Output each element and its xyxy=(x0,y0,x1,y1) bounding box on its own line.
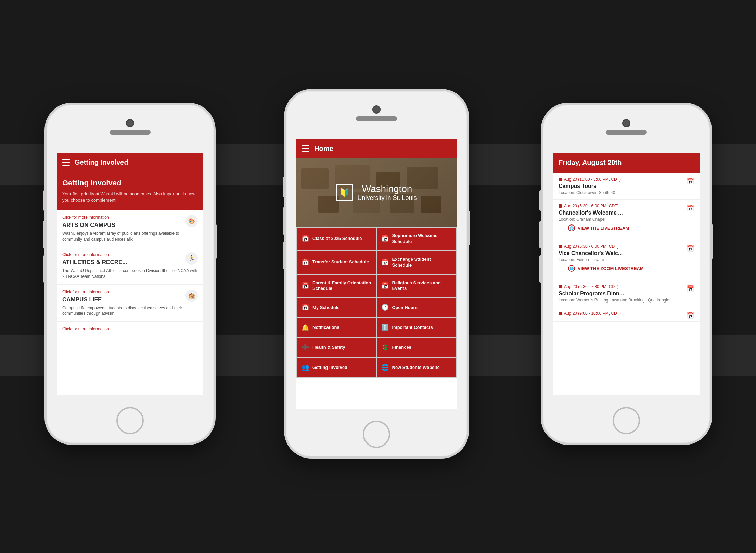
tile-sophomore[interactable]: 📅 Sophomore Welcome Schedule xyxy=(377,228,456,250)
left-hamburger-icon[interactable] xyxy=(62,159,70,166)
phone-speaker-center xyxy=(356,116,397,121)
tile-icon-class2025: 📅 xyxy=(302,235,309,243)
sched-cal-icon-1[interactable]: 📅 xyxy=(687,178,694,185)
tile-transfer[interactable]: 📅 Transfer Student Schedule xyxy=(297,251,376,274)
sched-title-4: Scholar Programs Dinn... xyxy=(559,291,694,297)
tile-label-class2025: Class of 2025 Schedule xyxy=(312,236,362,242)
sched-time-3: Aug 20 (5:30 - 6:00 PM, CDT) xyxy=(559,244,694,249)
phone-top-right xyxy=(543,105,710,149)
gi-campus-click[interactable]: Click for more information xyxy=(62,290,183,294)
phone-btn-vol-up-r xyxy=(539,221,542,248)
tile-icon-religious: 📅 xyxy=(381,282,389,290)
phone-left: Getting Involved Getting Involved Your f… xyxy=(44,103,216,445)
sched-dot-2 xyxy=(559,204,562,208)
sched-dot-1 xyxy=(559,178,562,181)
phone-bottom-left xyxy=(47,398,214,443)
sched-cal-icon-4[interactable]: 📅 xyxy=(687,285,694,293)
sched-location-4: Location: Women's Bui...ng Lawn and Broo… xyxy=(559,298,694,303)
washu-sub: University in St. Louis xyxy=(357,194,417,202)
svg-rect-1 xyxy=(301,168,329,189)
sched-location-1: Location: Clocktower, South 40 xyxy=(559,190,694,195)
tile-icon-parent: 📅 xyxy=(302,282,309,290)
svg-rect-8 xyxy=(421,196,441,213)
gi-arts-click[interactable]: Click for more information xyxy=(62,215,183,220)
sched-cal-icon-3[interactable]: 📅 xyxy=(687,245,694,252)
phone-screen-right: Friday, August 20th Aug 20 (10:00 - 3:00… xyxy=(553,153,700,395)
phone-home-btn-center[interactable] xyxy=(363,421,390,448)
phone-top-center xyxy=(286,91,467,136)
tile-health-safety[interactable]: ➕ Health & Safety xyxy=(297,338,376,357)
phone-bottom-center xyxy=(286,412,467,456)
phone-btn-vol-up xyxy=(43,221,46,248)
tile-icon-myschedule: 📅 xyxy=(302,304,309,311)
sched-cal-icon-2[interactable]: 📅 xyxy=(687,204,694,212)
tile-label-religious: Religious Services and Events xyxy=(392,280,452,292)
phone-screen-left: Getting Involved Getting Involved Your f… xyxy=(57,153,203,395)
sched-title-2: Chancellor's Welcome ... xyxy=(559,210,694,216)
sched-dot-3 xyxy=(559,245,562,248)
phone-btn-vol-down-r xyxy=(539,255,542,283)
phone-speaker-left xyxy=(110,130,151,135)
tile-label-newstudents: New Students Website xyxy=(392,365,440,371)
tile-finances[interactable]: 💲 Finances xyxy=(377,338,456,357)
tile-getting-involved[interactable]: 👥 Getting Involved xyxy=(297,358,376,377)
phone-top-left xyxy=(47,105,214,149)
sched-dot-5 xyxy=(559,312,562,315)
gi-item-arts: 🎨 Click for more information ARTS ON CAM… xyxy=(57,210,203,247)
sched-time-1: Aug 20 (10:00 - 3:00 PM, CDT) xyxy=(559,177,694,182)
tile-open-hours[interactable]: 🕐 Open Hours xyxy=(377,298,456,317)
globe-icon-3: 🌐 xyxy=(568,265,575,272)
sched-event-vicechancellor: Aug 20 (5:30 - 6:00 PM, CDT) 📅 Vice Chan… xyxy=(553,240,700,280)
gi-arts-body: WashU enjoys a vibrant array of public a… xyxy=(62,231,198,242)
tile-label-exchange: Exchange Student Schedule xyxy=(392,257,452,268)
gi-more-click[interactable]: Click for more information xyxy=(62,326,198,331)
tile-icon-contacts: ℹ️ xyxy=(381,324,389,332)
gi-item-campus: 🏫 Click for more information CAMPUS LIFE… xyxy=(57,285,203,322)
gi-ath-click[interactable]: Click for more information xyxy=(62,252,183,257)
center-hamburger-icon[interactable] xyxy=(302,145,309,152)
sched-event-campus-tours: Aug 20 (10:00 - 3:00 PM, CDT) 📅 Campus T… xyxy=(553,173,700,200)
tile-notifications[interactable]: 🔔 Notifications xyxy=(297,318,376,337)
tile-class-2025[interactable]: 📅 Class of 2025 Schedule xyxy=(297,228,376,250)
phone-btn-power-c xyxy=(467,211,470,245)
gi-banner-heading: Getting Involved xyxy=(62,179,198,188)
tile-icon-sophomore: 📅 xyxy=(381,235,389,243)
sched-link-3[interactable]: 🌐 VIEW THE ZOOM LIVESTREAM xyxy=(559,262,694,276)
phone-btn-vol-up-c xyxy=(283,207,285,235)
phone-btn-mute xyxy=(43,190,46,211)
tile-my-schedule[interactable]: 📅 My Schedule xyxy=(297,298,376,317)
tile-label-notifications: Notifications xyxy=(312,325,339,331)
tile-icon-gi: 👥 xyxy=(302,364,309,372)
sched-time-2: Aug 20 (5:30 - 6:00 PM, CDT) xyxy=(559,204,694,208)
phone-home-btn-left[interactable] xyxy=(116,407,144,434)
center-app-title: Home xyxy=(314,145,333,153)
phone-home-btn-right[interactable] xyxy=(613,407,640,434)
tile-parent[interactable]: 📅 Parent & Family Orientation Schedule xyxy=(297,275,376,297)
phone-camera-right xyxy=(622,119,630,127)
sched-date: Friday, August 20th xyxy=(559,159,622,166)
sched-header: Friday, August 20th xyxy=(553,153,700,173)
phone-center: Home 🔰 xyxy=(284,89,469,459)
tile-label-health: Health & Safety xyxy=(312,345,345,350)
tile-religious[interactable]: 📅 Religious Services and Events xyxy=(377,275,456,297)
gi-ath-title: ATHLETICS & RECRE... xyxy=(62,259,198,266)
phone-btn-mute-r xyxy=(539,190,542,211)
gi-banner-body: Your first priority at WashU will be aca… xyxy=(62,191,198,203)
tile-label-sophomore: Sophomore Welcome Schedule xyxy=(392,233,452,245)
sched-link-2[interactable]: 🌐 VIEW THE LIVESTREAM xyxy=(559,222,694,235)
phone-right: Friday, August 20th Aug 20 (10:00 - 3:00… xyxy=(541,103,712,445)
center-app-header: Home xyxy=(296,139,457,158)
tile-icon-newstudents: 🌐 xyxy=(381,364,389,372)
sched-event-scholar: Aug 20 (6:30 - 7:30 PM, CDT) 📅 Scholar P… xyxy=(553,280,700,307)
sched-time-5: Aug 20 (9:00 - 10:00 PM, CDT) xyxy=(559,311,694,316)
tile-important-contacts[interactable]: ℹ️ Important Contacts xyxy=(377,318,456,337)
gi-banner: Getting Involved Your first priority at … xyxy=(57,172,203,210)
sched-event-5: Aug 20 (9:00 - 10:00 PM, CDT) 📅 xyxy=(553,307,700,322)
phone-bottom-right xyxy=(543,398,710,443)
tile-exchange[interactable]: 📅 Exchange Student Schedule xyxy=(377,251,456,274)
washu-logo: 🔰 Washington University in St. Louis xyxy=(336,183,417,202)
tile-label-gi: Getting Involved xyxy=(312,365,347,371)
tile-new-students[interactable]: 🌐 New Students Website xyxy=(377,358,456,377)
sched-cal-icon-5[interactable]: 📅 xyxy=(687,312,694,319)
left-app-title: Getting Involved xyxy=(75,158,128,166)
